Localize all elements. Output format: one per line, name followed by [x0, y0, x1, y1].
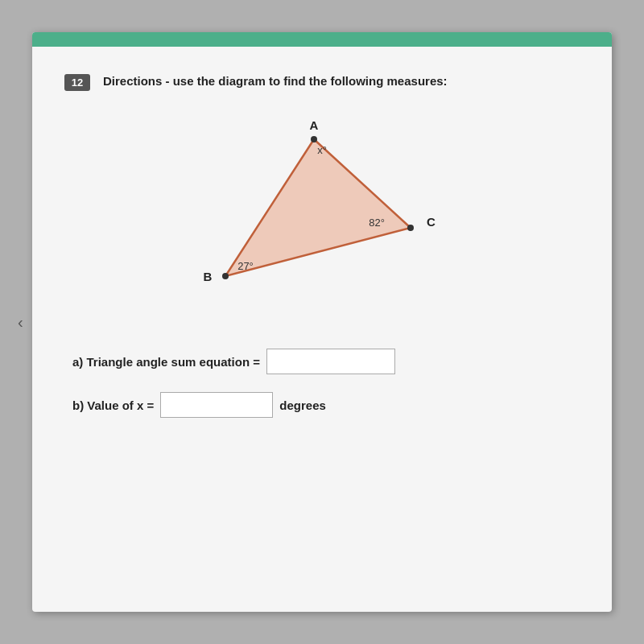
vertex-a-dot — [311, 136, 317, 142]
question-text: Directions - use the diagram to find the… — [103, 72, 448, 89]
vertex-a-label: A — [310, 118, 319, 132]
question-row: 12 Directions - use the diagram to find … — [64, 72, 580, 91]
part-a-row: a) Triangle angle sum equation = — [72, 349, 580, 374]
diagram-container: A x° B 27° C 82° — [161, 107, 483, 332]
left-nav-arrow[interactable]: ‹ — [18, 313, 23, 332]
angle-c-label: 82° — [369, 217, 385, 229]
part-b-row: b) Value of x = degrees — [72, 392, 580, 418]
triangle-diagram: A x° B 27° C 82° — [161, 107, 483, 332]
part-a-input[interactable] — [266, 349, 395, 374]
answers-section: a) Triangle angle sum equation = b) Valu… — [64, 349, 580, 418]
vertex-c-dot — [407, 225, 414, 231]
triangle-shape — [225, 139, 411, 276]
part-b-input[interactable] — [160, 392, 273, 418]
page-container: ‹ 12 Directions - use the diagram to fin… — [32, 32, 612, 612]
part-b-label: b) Value of x = — [72, 398, 154, 412]
angle-x-label: x° — [317, 144, 327, 156]
vertex-c-label: C — [427, 215, 436, 229]
part-a-label: a) Triangle angle sum equation = — [72, 355, 260, 369]
question-number: 12 — [64, 74, 90, 91]
vertex-b-dot — [222, 273, 229, 279]
degrees-label: degrees — [279, 398, 326, 412]
vertex-b-label: B — [204, 270, 213, 283]
angle-b-label: 27° — [237, 260, 254, 272]
top-bar — [32, 32, 612, 47]
